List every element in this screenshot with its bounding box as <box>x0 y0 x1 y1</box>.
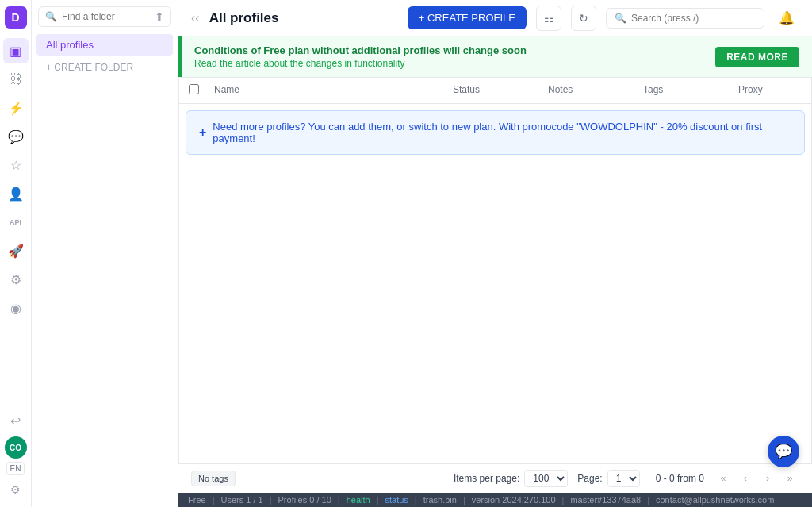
bell-icon: 🔔 <box>779 10 795 25</box>
prev-page-button[interactable]: ‹ <box>736 469 755 488</box>
sidebar-item-star[interactable]: ☆ <box>3 152 29 178</box>
no-tags-badge[interactable]: No tags <box>191 471 236 486</box>
banner-text-container: Conditions of Free plan without addition… <box>194 44 527 69</box>
status-master: master#13374aa8 <box>570 495 641 505</box>
sidebar-item-api[interactable]: API <box>3 209 29 235</box>
last-page-icon: » <box>787 473 793 484</box>
status-version: version 2024.270.100 <box>472 495 556 505</box>
status-free: Free <box>188 495 206 505</box>
banner-sub-text: Read the article about the changes in fu… <box>194 58 527 69</box>
page-select[interactable]: 1 <box>607 470 640 487</box>
icon-bar: D ▣ ⛓ ⚡ 💬 ☆ 👤 API 🚀 ⚙ ◉ ↩ CO EN ⚙ <box>0 0 32 507</box>
page-title: All profiles <box>209 10 279 26</box>
status-contact: contact@allpushnetworks.com <box>656 495 774 505</box>
select-all-checkbox[interactable] <box>189 84 199 94</box>
next-page-icon: › <box>766 473 769 484</box>
promo-row[interactable]: + Need more profiles? You can add them, … <box>186 110 805 155</box>
icon-bar-bottom: ↩ CO EN ⚙ <box>3 408 29 501</box>
folder-search[interactable]: 🔍 ⬆ <box>38 6 171 27</box>
sidebar-item-exit[interactable]: ↩ <box>3 408 29 433</box>
back-icon: ‹‹ <box>191 11 200 25</box>
page-label: Page: <box>577 473 602 484</box>
upload-icon[interactable]: ⬆ <box>155 10 164 23</box>
sidebar: 🔍 ⬆ All profiles + CREATE FOLDER <box>32 0 178 507</box>
language-selector[interactable]: EN <box>6 462 25 475</box>
back-button[interactable]: ‹‹ <box>191 11 200 25</box>
status-status[interactable]: status <box>385 495 408 505</box>
status-column-header: Status <box>453 84 548 97</box>
app-logo[interactable]: D <box>5 6 27 29</box>
chat-support-button[interactable]: 💬 <box>768 436 799 467</box>
prev-page-icon: ‹ <box>744 473 747 484</box>
avatar[interactable]: CO <box>5 436 27 459</box>
table-header: Name Status Notes Tags Proxy <box>179 78 811 104</box>
proxy-column-header: Proxy <box>738 84 802 97</box>
chat-icon: 💬 <box>775 443 792 460</box>
bottom-settings-icon[interactable]: ⚙ <box>5 478 27 501</box>
content-area: Conditions of Free plan without addition… <box>178 36 812 463</box>
sidebar-item-bulb[interactable]: ◉ <box>3 295 29 321</box>
read-more-button[interactable]: READ MORE <box>715 47 799 67</box>
filter-icon: ⚏ <box>544 12 554 25</box>
sidebar-item-browser[interactable]: ▣ <box>3 38 29 63</box>
banner-main-text: Conditions of Free plan without addition… <box>194 44 527 56</box>
filter-button[interactable]: ⚏ <box>536 6 561 31</box>
page-navigation: « ‹ › » <box>714 469 799 488</box>
sidebar-item-all-profiles[interactable]: All profiles <box>36 34 173 56</box>
folder-search-input[interactable] <box>62 11 150 22</box>
status-health[interactable]: health <box>347 495 370 505</box>
page-selector: Page: 1 <box>577 470 639 487</box>
first-page-icon: « <box>721 473 726 484</box>
tags-column-header: Tags <box>643 84 738 97</box>
header: ‹‹ All profiles + CREATE PROFILE ⚏ ↻ 🔍 🔔 <box>178 0 812 36</box>
next-page-button[interactable]: › <box>758 469 777 488</box>
promo-plus-icon: + <box>199 125 206 140</box>
create-folder-button[interactable]: + CREATE FOLDER <box>36 57 173 78</box>
search-box[interactable]: 🔍 <box>606 8 764 29</box>
status-trash[interactable]: trash.bin <box>423 495 457 505</box>
refresh-button[interactable]: ↻ <box>571 6 596 31</box>
sidebar-item-link[interactable]: ⛓ <box>3 67 29 92</box>
promo-text: Need more profiles? You can add them, or… <box>213 121 791 144</box>
items-per-page-selector: Items per page: 100 50 25 <box>454 470 568 487</box>
items-per-page-label: Items per page: <box>454 473 519 484</box>
sidebar-item-gear[interactable]: ⚙ <box>3 267 29 292</box>
notes-column-header: Notes <box>548 84 643 97</box>
sidebar-item-extensions[interactable]: ⚡ <box>3 95 29 121</box>
status-bar: Free | Users 1 / 1 | Profiles 0 / 10 | h… <box>178 493 812 507</box>
page-range: 0 - 0 from 0 <box>656 473 704 484</box>
all-profiles-label: All profiles <box>46 39 94 51</box>
sidebar-item-chat[interactable]: 💬 <box>3 124 29 149</box>
name-column-header: Name <box>214 84 453 97</box>
sidebar-item-rocket[interactable]: 🚀 <box>3 238 29 263</box>
create-profile-button[interactable]: + CREATE PROFILE <box>408 6 527 29</box>
refresh-icon: ↻ <box>579 12 588 25</box>
notification-bell[interactable]: 🔔 <box>774 6 799 31</box>
sidebar-item-people[interactable]: 👤 <box>3 181 29 206</box>
items-per-page-select[interactable]: 100 50 25 <box>524 470 568 487</box>
profiles-table: Name Status Notes Tags Proxy + Need more… <box>178 77 812 463</box>
status-users: Users 1 / 1 <box>220 495 262 505</box>
banner: Conditions of Free plan without addition… <box>178 36 812 77</box>
search-icon: 🔍 <box>615 13 626 24</box>
main-content: ‹‹ All profiles + CREATE PROFILE ⚏ ↻ 🔍 🔔… <box>178 0 812 507</box>
last-page-button[interactable]: » <box>780 469 799 488</box>
checkbox-column-header[interactable] <box>189 84 214 97</box>
first-page-button[interactable]: « <box>714 469 733 488</box>
status-profiles: Profiles 0 / 10 <box>278 495 331 505</box>
search-icon: 🔍 <box>45 11 57 22</box>
table-footer: No tags Items per page: 100 50 25 Page: … <box>178 463 812 493</box>
search-input[interactable] <box>631 13 742 24</box>
